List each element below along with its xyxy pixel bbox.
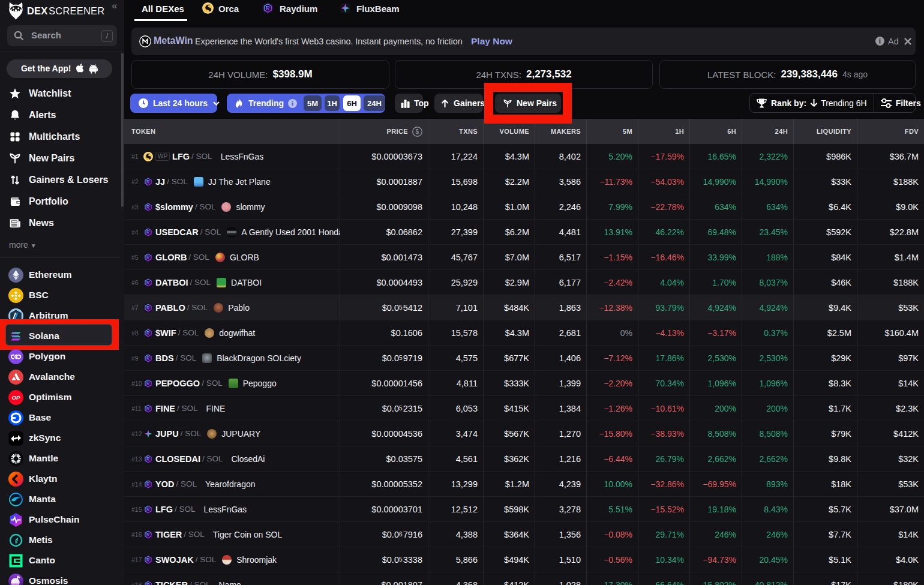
svg-text:OP: OP xyxy=(12,394,20,401)
svg-text:$: $ xyxy=(416,128,419,135)
